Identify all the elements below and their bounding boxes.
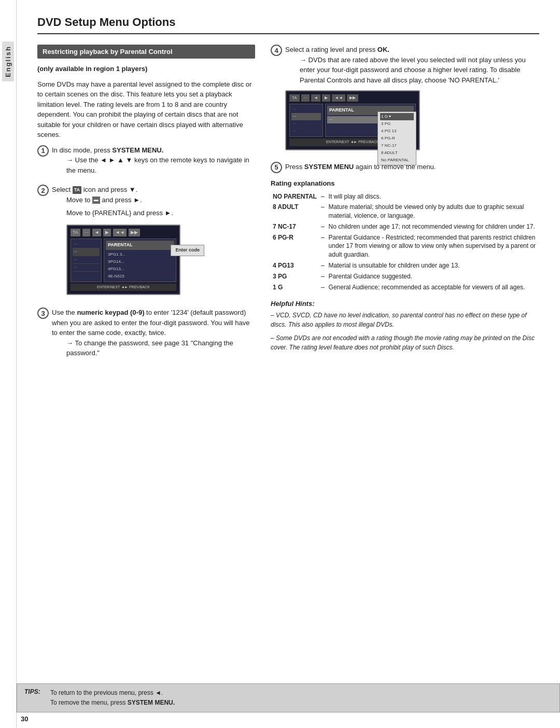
screen2-body: ··· ··· ··· ··· PARENTAL ···	[289, 104, 416, 137]
screen-mockup-2: TA ··· ◄ ▶ ◄◄ ▶▶ ··· ···	[285, 90, 420, 150]
tips-label: TIPS:	[24, 688, 45, 695]
section-subtitle: (only available in region 1 players)	[37, 64, 255, 74]
screen2-h2: ···	[301, 94, 310, 102]
rating-dash-3pg: –	[319, 271, 327, 282]
main-content: DVD Setup Menu Options Restricting playb…	[17, 0, 560, 728]
screen2-h1: TA	[289, 94, 300, 102]
screen1-li-3: ···	[73, 256, 100, 264]
rating-desc-3pg: Parental Guidance suggested.	[327, 271, 539, 282]
screen1-menu-title: PARENTAL	[106, 241, 174, 250]
rating-desc-8adult: Mature material; should be viewed only b…	[327, 202, 539, 221]
rating-row-7nc17: 7 NC-17 – No children under age 17; not …	[271, 221, 539, 232]
screen1-mi-1: 3PG1 3...	[106, 251, 174, 258]
screen2-dd-3PG: 3 PG	[380, 120, 414, 128]
rating-dash-noparental: –	[319, 191, 327, 202]
helpful-hint-1: – VCD, SVCD, CD have no level indication…	[271, 311, 539, 329]
rating-code-noparental: NO PARENTAL	[271, 191, 319, 202]
step-4-content: Select a rating level and press OK. → DV…	[285, 45, 539, 156]
step-2-sub1: Move to ▬ and press ►.	[66, 195, 255, 205]
page-number: 30	[21, 715, 28, 723]
enter-code-popup: Enter code	[171, 245, 204, 256]
step-1-sub: → Use the ◄ ► ▲ ▼ keys on the remote key…	[66, 155, 255, 175]
rating-dash-7nc17: –	[319, 221, 327, 232]
tips-line-2: To remove the menu, press SYSTEM MENU.	[50, 698, 175, 708]
rating-code-4pg13: 4 PG13	[271, 260, 319, 271]
step-1-number: 1	[37, 145, 49, 157]
screen1-li-4: ···	[73, 264, 100, 272]
step-2-content: Select TA icon and press ▼. Move to ▬ an…	[52, 185, 255, 301]
step-3-sub: → To change the password, see page 31 "C…	[66, 338, 255, 358]
screen1-h2: ···	[82, 229, 91, 237]
screen2-dd-noparental: No PARENTAL	[380, 157, 414, 164]
screen2-left-panel: ··· ··· ··· ···	[289, 104, 323, 137]
page-title: DVD Setup Menu Options	[37, 16, 539, 34]
rating-dash-1g: –	[319, 282, 327, 293]
screen2-h4: ▶	[322, 94, 330, 102]
screen1-h3: ◄	[92, 229, 101, 237]
rating-desc-6pgr: Parental Guidance - Restricted; recommen…	[327, 232, 539, 260]
screen1-h4: ▶	[103, 229, 111, 237]
step-4: 4 Select a rating level and press OK. → …	[271, 45, 539, 156]
screen2-li-3: ···	[291, 120, 321, 128]
rating-code-6pgr: 6 PG-R	[271, 232, 319, 260]
folder-icon: ▬	[92, 197, 100, 204]
screen2-right-panel: PARENTAL ··· 1 G ▾ 3 PG 4 PG 13 6 PG-R 7…	[325, 104, 416, 137]
rating-code-1g: 1 G	[271, 282, 319, 293]
rating-desc-4pg13: Material is unsuitable for children unde…	[327, 260, 539, 271]
screen2-dd-1G: 1 G ▾	[380, 113, 414, 120]
screen1-li-2: ···	[73, 248, 100, 256]
rating-row-4pg13: 4 PG13 – Material is unsuitable for chil…	[271, 260, 539, 271]
helpful-hints: Helpful Hints: – VCD, SVCD, CD have no l…	[271, 300, 539, 352]
helpful-hints-title: Helpful Hints:	[271, 300, 539, 307]
rating-desc-7nc17: No children under age 17; not recommende…	[327, 221, 539, 232]
step-4-number: 4	[271, 45, 282, 56]
screen2-h6: ▶▶	[347, 94, 358, 102]
rating-row-noparental: NO PARENTAL – It will play all discs.	[271, 191, 539, 202]
rating-dash-8adult: –	[319, 202, 327, 221]
screen1-body: ··· ··· ··· ··· PARENTAL 3PG1 3... 3PG14…	[71, 239, 176, 282]
rating-desc-1g: General Audience; recommended as accepta…	[327, 282, 539, 293]
rating-table: NO PARENTAL – It will play all discs. 8 …	[271, 191, 539, 293]
screen2-dropdown: 1 G ▾ 3 PG 4 PG 13 6 PG-R 7 NC-17 8 ADUL…	[377, 111, 416, 165]
step-1-content: In disc mode, press SYSTEM MENU. → Use t…	[52, 145, 255, 179]
rating-row-1g: 1 G – General Audience; recommended as a…	[271, 282, 539, 293]
helpful-hint-2: – Some DVDs are not encoded with a ratin…	[271, 333, 539, 352]
screen2-h3: ◄	[311, 94, 320, 102]
screen2-dd-7NC17: 7 NC-17	[380, 142, 414, 149]
tips-bar: TIPS: To return to the previous menu, pr…	[17, 683, 560, 712]
screen1-footer: ENTER/NEXT ◄► PREV/BACK	[71, 284, 176, 291]
tips-line-1: To return to the previous menu, press ◄.	[50, 688, 175, 698]
screen2-li-1: ···	[291, 106, 321, 113]
screen1-li-1: ···	[73, 241, 100, 248]
step-2: 2 Select TA icon and press ▼. Move to ▬ …	[37, 185, 255, 301]
rating-desc-noparental: It will play all discs.	[327, 191, 539, 202]
rating-row-6pgr: 6 PG-R – Parental Guidance - Restricted;…	[271, 232, 539, 260]
left-column: Restricting playback by Parental Control…	[37, 45, 255, 368]
rating-title: Rating explanations	[271, 179, 539, 187]
screen1-h1: TA	[71, 229, 80, 237]
screen2-header: TA ··· ◄ ▶ ◄◄ ▶▶	[289, 94, 416, 102]
screen1-mi-2: 3PG14...	[106, 258, 174, 265]
step-3: 3 Use the numeric keypad (0-9) to enter …	[37, 307, 255, 361]
step-4-sub: → DVDs that are rated above the level yo…	[300, 55, 539, 86]
rating-dash-6pgr: –	[319, 232, 327, 260]
rating-code-3pg: 3 PG	[271, 271, 319, 282]
step-3-content: Use the numeric keypad (0-9) to enter '1…	[52, 307, 255, 361]
step-2-number: 2	[37, 185, 49, 196]
rating-code-8adult: 8 ADULT	[271, 202, 319, 221]
rating-dash-4pg13: –	[319, 260, 327, 271]
step-5-number: 5	[271, 162, 282, 173]
screen2-h5: ◄◄	[332, 94, 345, 102]
step-1: 1 In disc mode, press SYSTEM MENU. → Use…	[37, 145, 255, 179]
section-title-box: Restricting playback by Parental Control	[37, 45, 255, 59]
screen2-dd-8adult: 8 ADULT	[380, 149, 414, 157]
screen1-mi-3: 4PG13...	[106, 265, 174, 273]
screen1-header: TA ··· ◄ ▶ ◄◄ ▶▶	[71, 229, 176, 237]
step-2-sub2: Move to {PARENTAL} and press ►.	[66, 208, 255, 218]
screen2-dd-6PGR: 6 PG-R	[380, 135, 414, 142]
step-3-number: 3	[37, 307, 49, 319]
screen2-dd-4PG13: 4 PG 13	[380, 128, 414, 135]
screen1-h5: ◄◄	[113, 229, 127, 237]
rating-code-7nc17: 7 NC-17	[271, 221, 319, 232]
screen2-li-4: ···	[291, 128, 321, 135]
